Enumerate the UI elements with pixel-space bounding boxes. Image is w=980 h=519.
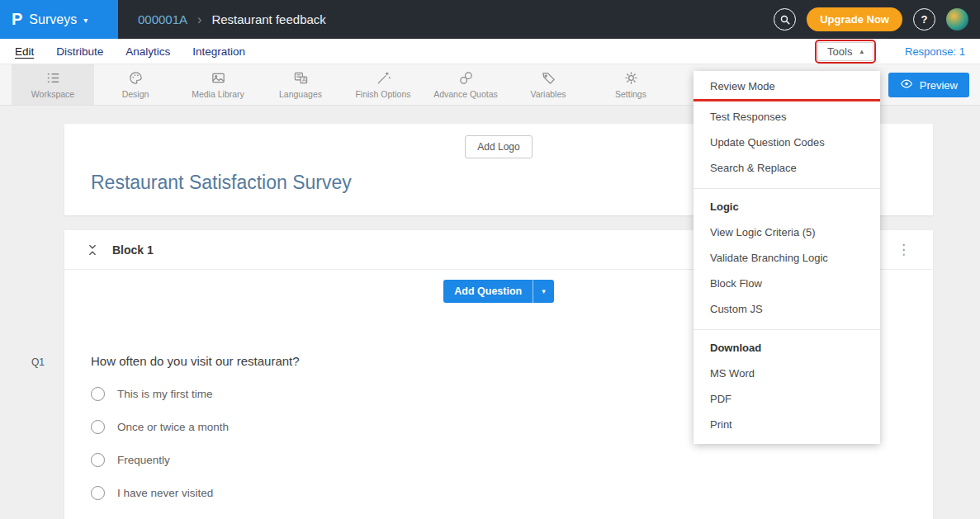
collapse-block-icon[interactable] <box>86 243 99 257</box>
menu-section-download: Download <box>694 329 880 361</box>
block-options-kebab-icon[interactable]: ⋮ <box>897 243 911 257</box>
nav-tabs: Edit Distribute Analytics Integration To… <box>0 39 980 64</box>
toolbar-item-workspace[interactable]: Workspace <box>12 64 94 105</box>
workspace-icon <box>45 70 61 86</box>
tab-analytics[interactable]: Analytics <box>125 45 170 58</box>
menu-item-print[interactable]: Print <box>694 412 880 437</box>
toolbar-item-label: Finish Options <box>355 89 410 99</box>
tab-edit[interactable]: Edit <box>15 45 34 58</box>
block-title[interactable]: Block 1 <box>112 243 154 257</box>
toolbar-item-label: Workspace <box>31 89 74 99</box>
radio-button[interactable] <box>91 387 105 401</box>
menu-item-view-logic-criteria[interactable]: View Logic Criteria (5) <box>694 219 880 245</box>
answer-option-label[interactable]: This is my first time <box>117 388 213 400</box>
toolbar-item-label: Variables <box>531 89 566 99</box>
design-icon <box>128 70 144 86</box>
tools-button-label: Tools <box>827 45 852 58</box>
chevron-right-icon: › <box>197 12 201 27</box>
response-link[interactable]: Response: 1 <box>905 45 965 58</box>
eye-icon <box>900 78 913 92</box>
survey-name: Restaurant feedback <box>211 12 325 26</box>
menu-item-search-replace[interactable]: Search & Replace <box>694 155 880 181</box>
advance-quotas-icon <box>458 70 474 86</box>
menu-item-block-flow[interactable]: Block Flow <box>694 271 880 296</box>
menu-item-update-question-codes[interactable]: Update Question Codes <box>694 130 880 155</box>
toolbar-item-label: Settings <box>615 89 646 99</box>
radio-button[interactable] <box>91 486 105 500</box>
chevron-up-icon: ▴ <box>859 47 864 55</box>
variables-icon <box>541 70 556 86</box>
topbar: P Surveys ▾ 000001A › Restaurant feedbac… <box>0 0 980 39</box>
toolbar-item-finish-options[interactable]: Finish Options <box>342 64 424 105</box>
radio-button[interactable] <box>91 420 105 434</box>
toolbar-item-design[interactable]: Design <box>94 64 177 105</box>
menu-item-ms-word[interactable]: MS Word <box>694 361 880 386</box>
add-question-button[interactable]: Add Question <box>443 280 533 303</box>
languages-icon: A <box>293 70 309 86</box>
app-root: P Surveys ▾ 000001A › Restaurant feedbac… <box>0 0 980 519</box>
toolbar-item-variables[interactable]: Variables <box>507 64 589 105</box>
chevron-down-icon: ▾ <box>83 16 88 25</box>
svg-text:A: A <box>302 77 306 83</box>
menu-item-pdf[interactable]: PDF <box>694 386 880 412</box>
tabs-right: Tools ▴ Response: 1 <box>817 42 965 61</box>
finish-options-icon <box>376 70 391 86</box>
toolbar-item-media-library[interactable]: Media Library <box>177 64 259 105</box>
preview-button-label: Preview <box>920 79 958 92</box>
menu-section-logic: Logic <box>694 188 880 219</box>
answer-option-label[interactable]: Once or twice a month <box>117 421 229 433</box>
radio-button[interactable] <box>91 453 105 467</box>
menu-item-validate-branching-logic[interactable]: Validate Branching Logic <box>694 245 880 271</box>
toolbar-item-languages[interactable]: A Languages <box>259 64 342 105</box>
menu-item-custom-js[interactable]: Custom JS <box>694 296 880 322</box>
help-icon[interactable]: ? <box>913 8 935 31</box>
answer-option: Frequently <box>91 453 933 467</box>
preview-button[interactable]: Preview <box>888 73 969 97</box>
avatar[interactable] <box>946 8 968 31</box>
tab-integration[interactable]: Integration <box>192 45 245 58</box>
tools-button[interactable]: Tools ▴ <box>817 42 873 61</box>
menu-item-test-responses[interactable]: Test Responses <box>694 104 880 130</box>
toolbar-item-label: Design <box>122 89 149 99</box>
question-number: Q1 <box>31 356 45 368</box>
answer-option: I have never visited <box>91 486 933 500</box>
breadcrumb: 000001A › Restaurant feedback <box>138 12 326 27</box>
brand-surveys-menu[interactable]: P Surveys ▾ <box>0 0 118 39</box>
tab-distribute[interactable]: Distribute <box>56 45 103 58</box>
questionpro-logo-icon: P <box>12 10 22 29</box>
topbar-actions: Upgrade Now ? <box>774 7 980 31</box>
answer-option-label[interactable]: I have never visited <box>117 487 213 499</box>
brand-label: Surveys <box>29 12 77 27</box>
add-question-split-button: Add Question ▾ <box>443 280 553 303</box>
menu-item-review-mode[interactable]: Review Mode <box>694 73 880 101</box>
tools-dropdown-menu: Review Mode Test Responses Update Questi… <box>694 71 880 444</box>
toolbar-item-label: Languages <box>279 89 322 99</box>
toolbar-item-label: Media Library <box>192 89 244 99</box>
search-icon[interactable] <box>774 8 796 31</box>
add-question-dropdown-button[interactable]: ▾ <box>533 280 554 303</box>
survey-id[interactable]: 000001A <box>138 12 187 26</box>
media-library-icon <box>211 70 226 86</box>
settings-icon <box>623 70 639 86</box>
toolbar-item-settings[interactable]: Settings <box>589 64 672 105</box>
upgrade-button[interactable]: Upgrade Now <box>807 7 902 31</box>
answer-option-label[interactable]: Frequently <box>117 454 170 466</box>
add-logo-button[interactable]: Add Logo <box>465 135 532 158</box>
toolbar-item-label: Advance Quotas <box>433 89 498 99</box>
toolbar-item-advance-quotas[interactable]: Advance Quotas <box>424 64 507 105</box>
